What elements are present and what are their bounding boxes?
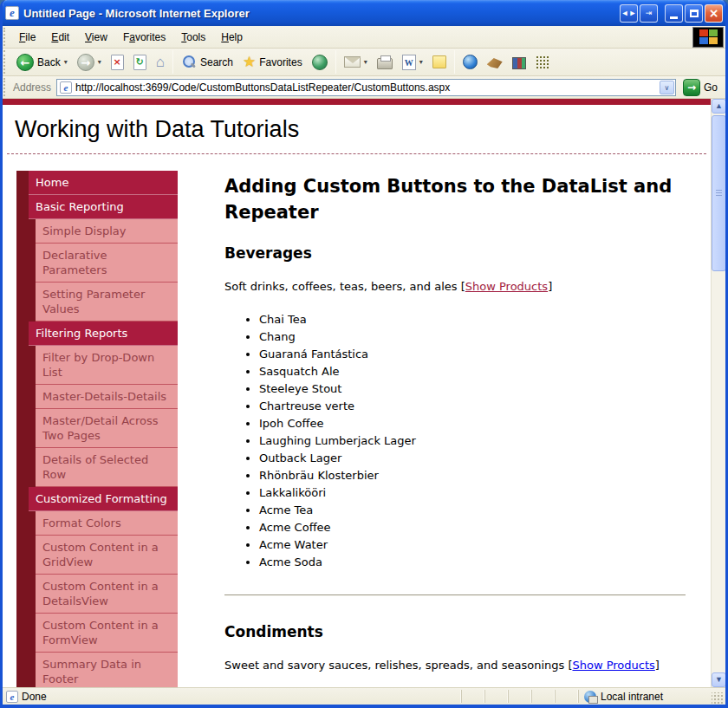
home-button[interactable]: ⌂ xyxy=(152,52,169,73)
toolbar-grip[interactable] xyxy=(3,50,10,74)
product-list-item: Steeleye Stout xyxy=(259,380,686,398)
sidebar-nav-item[interactable]: Details of Selected Row xyxy=(36,448,178,487)
show-products-link-condiments[interactable]: Show Products xyxy=(572,659,654,672)
product-list-item: Sasquatch Ale xyxy=(259,363,686,380)
maximize-icon xyxy=(690,10,699,17)
sidebar-nav-item[interactable]: Master-Details-Details xyxy=(36,385,178,409)
go-button[interactable]: → Go xyxy=(676,77,723,98)
back-button[interactable]: ← Back ▾ xyxy=(12,51,72,74)
sidebar-nav-item[interactable]: Home xyxy=(29,171,178,195)
section-heading-beverages: Beverages xyxy=(224,244,686,262)
ie-logo-icon: e xyxy=(5,6,19,20)
sidebar-nav-item[interactable]: Setting Parameter Values xyxy=(36,283,178,322)
menu-item[interactable]: View xyxy=(77,28,115,47)
sidebar-nav-item[interactable]: Simple Display xyxy=(36,219,178,244)
mail-dropdown-icon[interactable]: ▾ xyxy=(364,58,367,66)
sidebar-nav-item[interactable]: Filtering Reports xyxy=(29,322,178,346)
arrows-icon[interactable]: ◄► xyxy=(620,4,638,23)
sidebar-nav-item[interactable]: Master/Detail Across Two Pages xyxy=(36,409,178,448)
address-bar: Address e ∨ → Go xyxy=(3,76,725,99)
close-button[interactable]: × xyxy=(705,4,723,23)
favorites-star-icon: ★ xyxy=(243,55,256,69)
maximize-button[interactable] xyxy=(685,4,703,23)
menu-item[interactable]: Favorites xyxy=(115,28,173,47)
menu-item[interactable]: File xyxy=(11,28,43,47)
menu-item[interactable]: Tools xyxy=(173,28,213,47)
word-icon: W xyxy=(402,55,416,70)
search-button[interactable]: Search xyxy=(177,52,237,73)
addin-button[interactable] xyxy=(531,53,554,72)
search-icon xyxy=(181,55,197,70)
product-list-item: Acme Soda xyxy=(259,554,686,571)
section-intro-beverages: Soft drinks, coffees, teas, beers, and a… xyxy=(224,280,686,293)
product-list-item: Acme Water xyxy=(259,536,686,554)
page-top-accent-bar xyxy=(3,99,711,105)
search-label: Search xyxy=(200,56,233,68)
address-dropdown-button[interactable]: ∨ xyxy=(660,81,674,94)
refresh-button[interactable]: ↻ xyxy=(129,52,151,73)
dots-grid-icon xyxy=(536,55,549,69)
mail-icon xyxy=(344,56,361,68)
resize-grip[interactable] xyxy=(712,692,724,705)
print-icon xyxy=(377,58,393,69)
reference-button[interactable] xyxy=(508,53,530,72)
page-icon: e xyxy=(60,81,72,94)
print-button[interactable] xyxy=(373,52,397,72)
show-products-link-beverages[interactable]: Show Products xyxy=(465,280,548,293)
scroll-up-button[interactable]: ▲ xyxy=(712,99,726,114)
toolbar-separator xyxy=(454,50,455,74)
section-heading-condiments: Condiments xyxy=(224,623,686,640)
article: Adding Custom Buttons to the DataList an… xyxy=(224,171,686,672)
minimize-button[interactable] xyxy=(665,4,683,23)
forward-dropdown-icon[interactable]: ▾ xyxy=(98,58,101,66)
status-pane xyxy=(484,690,508,703)
mail-button[interactable]: ▾ xyxy=(340,54,372,70)
toolbar-grip[interactable] xyxy=(3,28,10,46)
edit-with-word-button[interactable]: W ▾ xyxy=(398,52,427,73)
scroll-down-button[interactable]: ▼ xyxy=(712,672,726,687)
sidebar-nav-item[interactable]: Filter by Drop-Down List xyxy=(36,346,178,385)
exit-session-icon[interactable]: ⇥ xyxy=(640,4,658,23)
sidebar-nav-item[interactable]: Format Colors xyxy=(36,511,178,536)
sidebar-nav-item[interactable]: Custom Content in a FormView xyxy=(36,614,178,653)
forward-button[interactable]: → ▾ xyxy=(73,51,106,74)
sidebar-nav-item[interactable]: Custom Content in a DetailsView xyxy=(36,575,178,614)
section-intro-condiments: Sweet and savory sauces, relishes, sprea… xyxy=(224,659,686,672)
product-list-item: Laughing Lumberjack Lager xyxy=(259,432,686,450)
product-list-item: Guaraná Fantástica xyxy=(259,346,686,363)
messenger-sphere-icon xyxy=(463,55,478,69)
stop-icon: × xyxy=(111,55,124,70)
standard-toolbar: ← Back ▾ → ▾ × ↻ ⌂ Search ★ Favorites xyxy=(3,49,725,76)
security-zone-pane: Local intranet xyxy=(578,690,708,703)
sidebar-nav-item[interactable]: Summary Data in Footer xyxy=(36,653,178,687)
forward-icon: → xyxy=(77,54,94,71)
messenger-button[interactable] xyxy=(458,52,482,72)
stop-button[interactable]: × xyxy=(107,52,128,73)
back-icon: ← xyxy=(16,54,34,71)
title-bar[interactable]: e Untitled Page - Microsoft Internet Exp… xyxy=(0,0,728,26)
go-label: Go xyxy=(704,81,718,94)
sidebar-nav-item[interactable]: Declarative Parameters xyxy=(36,244,178,283)
menu-item[interactable]: Edit xyxy=(43,28,77,47)
product-list-item: Acme Tea xyxy=(259,502,686,519)
address-input[interactable] xyxy=(75,81,660,94)
menu-item[interactable]: Help xyxy=(213,28,250,47)
vertical-scrollbar[interactable]: ▲ ▼ xyxy=(711,99,725,687)
browser-window: e Untitled Page - Microsoft Internet Exp… xyxy=(0,0,728,708)
favorites-button[interactable]: ★ Favorites xyxy=(238,52,307,72)
back-dropdown-icon[interactable]: ▾ xyxy=(64,58,68,66)
sidebar-nav-item[interactable]: Customized Formatting xyxy=(29,487,178,511)
edit-dropdown-icon[interactable]: ▾ xyxy=(419,58,423,66)
menu-bar: File Edit View Favorites Tools Help xyxy=(3,26,725,49)
back-label: Back xyxy=(37,56,61,68)
research-button[interactable] xyxy=(483,53,507,71)
scrollbar-thumb[interactable] xyxy=(712,115,726,271)
sidebar-nav-item[interactable]: Basic Reporting xyxy=(29,195,178,219)
status-bar: e Done Local intranet xyxy=(3,687,725,705)
history-button[interactable] xyxy=(308,52,332,73)
toolbar-grip[interactable] xyxy=(3,78,10,96)
status-pane xyxy=(461,690,484,703)
sidebar-nav-item[interactable]: Custom Content in a GridView xyxy=(36,536,178,575)
history-globe-icon xyxy=(312,55,328,70)
discuss-button[interactable] xyxy=(428,53,451,71)
